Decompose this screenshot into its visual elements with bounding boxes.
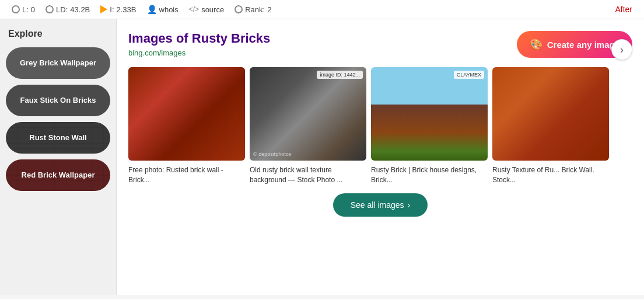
- result-title-block: Images of Rusty Bricks bing.com/images: [128, 31, 270, 57]
- image-card-2[interactable]: © depositphotos image ID: 1442... Old ru…: [250, 67, 366, 185]
- image-card-1[interactable]: Free photo: Rusted brick wall - Brick...: [128, 67, 245, 185]
- result-source[interactable]: bing.com/images: [128, 48, 270, 57]
- main-layout: Explore Grey Brick Wallpaper Faux Stick …: [0, 19, 644, 295]
- content-area: Images of Rusty Bricks bing.com/images 🎨…: [117, 19, 644, 295]
- source-item[interactable]: </> source: [189, 5, 224, 14]
- img-rusty-texture-bg: [492, 67, 609, 161]
- ld-icon: [46, 5, 54, 13]
- rank-label: Rank:: [245, 5, 265, 14]
- i-label: I:: [110, 5, 114, 14]
- l-label: L:: [22, 5, 29, 14]
- l-metric: L: 0: [12, 5, 35, 14]
- sidebar-item-rust-stone[interactable]: Rust Stone Wall: [6, 122, 110, 154]
- whois-item[interactable]: 👤 whois: [147, 5, 178, 14]
- image-watermark-2: © depositphotos: [253, 151, 291, 157]
- images-row: Free photo: Rusted brick wall - Brick...…: [128, 67, 632, 185]
- result-title: Images of Rusty Bricks: [128, 31, 270, 46]
- rank-item: Rank: 2: [235, 5, 271, 14]
- sidebar-item-grey-brick[interactable]: Grey Brick Wallpaper: [6, 47, 110, 79]
- see-all-button[interactable]: See all images ›: [333, 193, 428, 217]
- image-card-3[interactable]: CLAYMEX Rusty Brick | Brick house design…: [371, 67, 488, 185]
- image-thumb-1: [128, 67, 245, 161]
- img-house-bg: [371, 67, 488, 161]
- person-icon: 👤: [147, 5, 157, 14]
- l-value: 0: [31, 5, 35, 14]
- sidebar-item-faux-brick-label: Faux Stick On Bricks: [20, 96, 96, 106]
- code-icon: </>: [189, 5, 199, 13]
- image-caption-1: Free photo: Rusted brick wall - Brick...: [128, 165, 245, 185]
- i-value: 2.33B: [117, 5, 136, 14]
- i-icon: [100, 5, 107, 13]
- whois-label: whois: [159, 5, 178, 14]
- sidebar: Explore Grey Brick Wallpaper Faux Stick …: [0, 19, 117, 295]
- image-caption-3: Rusty Brick | Brick house designs, Brick…: [371, 165, 488, 185]
- i-metric: I: 2.33B: [100, 5, 136, 14]
- image-caption-4: Rusty Texture of Ru... Brick Wall. Stock…: [492, 165, 609, 185]
- source-label: source: [201, 5, 224, 14]
- rank-value: 2: [267, 5, 271, 14]
- result-header: Images of Rusty Bricks bing.com/images 🎨…: [128, 31, 632, 58]
- image-caption-2: Old rusty brick wall texture background …: [250, 165, 366, 185]
- img-rusty-dark-bg: [250, 67, 366, 161]
- image-badge-2: image ID: 1442...: [317, 71, 363, 79]
- l-icon: [12, 5, 20, 13]
- ld-value: 43.2B: [70, 5, 90, 14]
- create-button-label: Create any image: [547, 40, 620, 50]
- ld-label: LD:: [56, 5, 68, 14]
- create-icon: 🎨: [530, 38, 542, 51]
- brick-pattern-rust: [6, 122, 110, 154]
- image-thumb-4: [492, 67, 609, 161]
- brick-pattern-red: [6, 159, 110, 191]
- top-bar: L: 0 LD: 43.2B I: 2.33B 👤 whois </> sour…: [0, 0, 644, 19]
- sidebar-item-grey-brick-label: Grey Brick Wallpaper: [20, 58, 96, 68]
- see-all-container: See all images ›: [128, 193, 632, 217]
- image-thumb-2: © depositphotos image ID: 1442...: [250, 67, 366, 161]
- image-card-4[interactable]: Rusty Texture of Ru... Brick Wall. Stock…: [492, 67, 609, 185]
- next-arrow-icon: ›: [620, 44, 624, 56]
- img-rusty-red-bg: [128, 67, 245, 161]
- sidebar-item-faux-brick[interactable]: Faux Stick On Bricks: [6, 85, 110, 116]
- clock-icon: [235, 5, 243, 13]
- image-thumb-3: CLAYMEX: [371, 67, 488, 161]
- sidebar-title: Explore: [6, 29, 110, 39]
- sidebar-item-red-brick[interactable]: Red Brick Wallpaper: [6, 159, 110, 191]
- see-all-label: See all images: [351, 200, 404, 210]
- images-grid: Free photo: Rusted brick wall - Brick...…: [128, 67, 609, 185]
- see-all-arrow-icon: ›: [408, 200, 411, 210]
- image-badge-3: CLAYMEX: [454, 71, 484, 79]
- ld-metric: LD: 43.2B: [46, 5, 90, 14]
- after-label: After: [615, 5, 632, 14]
- next-arrow-button[interactable]: ›: [611, 39, 632, 60]
